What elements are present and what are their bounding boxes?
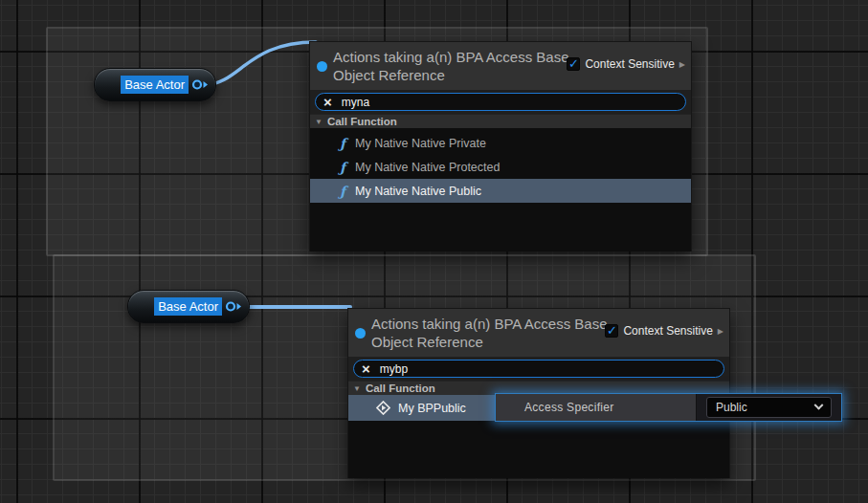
chevron-down-icon bbox=[814, 400, 824, 409]
function-icon: ƒ bbox=[338, 136, 347, 151]
node-label: Base Actor bbox=[121, 76, 189, 94]
search-row: × bbox=[348, 357, 729, 381]
access-specifier-label: Access Specifier bbox=[524, 401, 614, 414]
clear-search-icon[interactable]: × bbox=[362, 361, 370, 376]
menu-title: Actions taking a(n) BPA Access Base Obje… bbox=[371, 315, 609, 351]
function-icon: ƒ bbox=[338, 160, 347, 175]
menu-title: Actions taking a(n) BPA Access Base Obje… bbox=[333, 48, 570, 84]
search-input[interactable] bbox=[380, 362, 716, 376]
category-call-function[interactable]: ▼ Call Function bbox=[310, 114, 691, 128]
collapse-triangle-icon[interactable]: ▼ bbox=[353, 384, 361, 393]
access-specifier-tooltip: Access Specifier Public bbox=[495, 393, 842, 422]
menu-item[interactable]: ƒ My Native Native Private bbox=[310, 131, 691, 155]
clear-search-icon[interactable]: × bbox=[323, 95, 332, 109]
context-sensitive-checkbox[interactable]: ✓ bbox=[567, 57, 580, 71]
menu-item-selected[interactable]: ƒ My Native Native Public bbox=[310, 179, 691, 203]
base-actor-node-1[interactable]: Base Actor bbox=[94, 68, 216, 101]
dropdown-selected-value: Public bbox=[716, 401, 747, 414]
blueprint-function-diamond-icon bbox=[376, 401, 390, 415]
function-icon: ƒ bbox=[338, 184, 347, 199]
base-actor-node-2[interactable]: Base Actor bbox=[127, 290, 250, 323]
object-pin-dot-icon bbox=[355, 328, 366, 339]
collapse-triangle-icon[interactable]: ▼ bbox=[315, 118, 323, 126]
tooltip-combo-section: Public bbox=[697, 394, 841, 421]
search-row: × bbox=[310, 90, 691, 114]
context-sensitive-label: Context Sensitive bbox=[623, 324, 712, 338]
node-label: Base Actor bbox=[154, 297, 222, 316]
menu-item[interactable]: ƒ My Native Native Protected bbox=[310, 155, 691, 179]
context-sensitive-checkbox[interactable]: ✓ bbox=[605, 324, 618, 338]
menu-header: Actions taking a(n) BPA Access Base Obje… bbox=[310, 42, 691, 90]
output-pin-icon[interactable] bbox=[191, 78, 209, 91]
search-field[interactable]: × bbox=[353, 360, 724, 378]
menu-options-expander-icon[interactable]: ▶ bbox=[679, 60, 685, 69]
context-menu-top: Actions taking a(n) BPA Access Base Obje… bbox=[309, 41, 692, 252]
output-pin-icon[interactable] bbox=[225, 300, 242, 313]
search-field[interactable]: × bbox=[315, 93, 686, 111]
access-specifier-dropdown[interactable]: Public bbox=[706, 397, 832, 418]
context-sensitive-label: Context Sensitive bbox=[585, 57, 674, 71]
object-pin-dot-icon bbox=[317, 61, 327, 72]
menu-header: Actions taking a(n) BPA Access Base Obje… bbox=[348, 309, 729, 357]
tooltip-label-section: Access Specifier bbox=[496, 394, 697, 421]
menu-item-list: ƒ My Native Native Private ƒ My Native N… bbox=[310, 128, 691, 252]
menu-options-expander-icon[interactable]: ▶ bbox=[718, 327, 723, 336]
search-input[interactable] bbox=[342, 96, 678, 109]
